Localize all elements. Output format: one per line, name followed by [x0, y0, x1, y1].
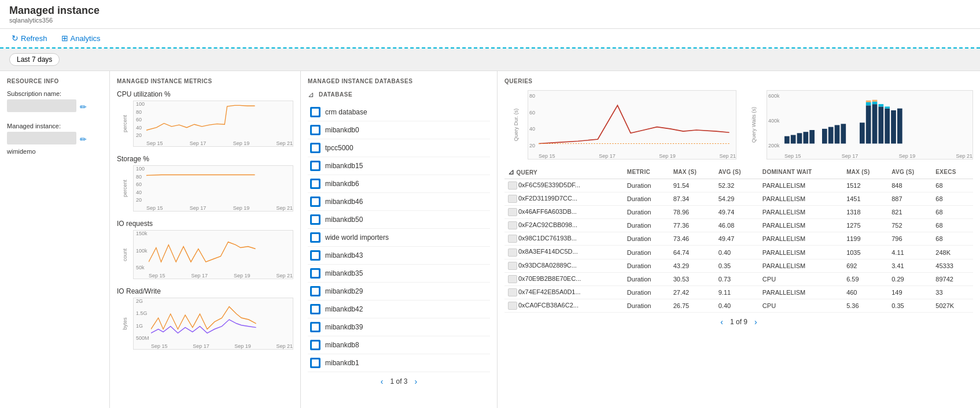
query-icon: [508, 208, 517, 216]
db-icon: [310, 232, 320, 243]
analytics-icon: ⊞: [61, 34, 68, 43]
list-item[interactable]: mibankdb50: [308, 211, 490, 229]
metric-cell: Duration: [624, 179, 670, 192]
svg-rect-20: [866, 101, 871, 102]
table-row[interactable]: 0x93DC8A02889C... Duration 43.29 0.35 PA…: [504, 259, 973, 272]
list-item[interactable]: mibankdb35: [308, 265, 490, 283]
query-icon: [508, 181, 517, 190]
refresh-label: Refresh: [21, 34, 47, 43]
dw-avg-cell: 0.35: [888, 299, 932, 312]
svg-rect-15: [897, 109, 902, 144]
db-icon: [310, 196, 320, 207]
dominant-wait-cell: PARALLELISM: [759, 246, 843, 259]
dw-avg-cell: 848: [888, 179, 932, 192]
io-requests-chart-area: 50k100k150k Sep 15Sep 17Sep 19Sep 21: [133, 230, 293, 279]
max-cell: 91.54: [670, 179, 715, 192]
svg-rect-2: [797, 133, 802, 143]
list-item[interactable]: tpcc5000: [308, 139, 490, 157]
query-icon: [508, 302, 517, 310]
table-row[interactable]: 0x98C1DC76193B... Duration 73.46 49.47 P…: [504, 232, 973, 246]
dw-max-cell: 1275: [843, 219, 888, 232]
list-item[interactable]: mibankdb8: [308, 336, 490, 354]
dw-max-cell: 692: [843, 259, 888, 272]
list-item[interactable]: mibankdb46: [308, 193, 490, 211]
managed-instance-value-box: [7, 132, 76, 144]
list-item[interactable]: mibankdb42: [308, 301, 490, 318]
io-requests-chart-title: IO requests: [117, 220, 293, 228]
dw-max-cell: 6.59: [843, 272, 888, 285]
max-cell: 30.53: [670, 272, 715, 285]
analytics-button[interactable]: ⊞ Analytics: [59, 32, 103, 44]
query-cell: 0x74EF42EB5A0D1...: [504, 285, 624, 299]
db-icon: [310, 304, 320, 314]
time-range-button[interactable]: Last 7 days: [9, 53, 60, 66]
avg-cell: 0.73: [715, 272, 759, 285]
dw-max-cell: 1451: [843, 192, 888, 206]
subscription-edit-icon[interactable]: ✏: [80, 102, 87, 112]
filter-bar: Last 7 days: [0, 49, 980, 71]
list-item[interactable]: mibankdb1: [308, 354, 490, 372]
svg-rect-16: [866, 102, 871, 105]
io-rw-chart-block: IO Read/Write bytes 500M1G1.5G2G: [117, 287, 293, 350]
svg-rect-14: [891, 110, 896, 144]
table-row[interactable]: 0x46AFF6A603DB... Duration 78.96 49.74 P…: [504, 206, 973, 219]
db-icon: [310, 214, 320, 225]
db-name: mibankdb46: [325, 198, 363, 206]
dw-avg-cell: 149: [888, 285, 932, 299]
avg-cell: 0.40: [715, 246, 759, 259]
db-prev-button[interactable]: ‹: [378, 377, 386, 386]
refresh-button[interactable]: ↻ Refresh: [9, 32, 50, 44]
metric-cell: Duration: [624, 192, 670, 206]
list-item[interactable]: wide world importers: [308, 229, 490, 247]
db-name: mibankdb15: [325, 162, 363, 170]
q-waits-svg: [784, 93, 972, 149]
db-next-button[interactable]: ›: [412, 377, 420, 386]
queries-prev-button[interactable]: ‹: [718, 317, 725, 327]
db-name: mibankdb43: [325, 251, 363, 259]
db-name: mibankdb39: [325, 323, 363, 331]
managed-instance-field: Managed instance: ✏ wimidemo: [7, 123, 102, 155]
list-item[interactable]: mibankdb15: [308, 157, 490, 175]
io-rw-y-label: bytes: [122, 317, 128, 330]
managed-instance-edit-icon[interactable]: ✏: [80, 135, 87, 144]
query-filter-icon[interactable]: ⊿: [508, 168, 514, 176]
queries-pagination: ‹ 1 of 9 ›: [504, 313, 973, 331]
max-cell: 87.34: [670, 192, 715, 206]
managed-instance-label: Managed instance:: [7, 123, 102, 129]
db-name: mibankdb35: [325, 269, 363, 277]
table-row[interactable]: 0xF2AC92CBB098... Duration 77.36 46.08 P…: [504, 219, 973, 232]
resource-info-label: RESOURCE INFO: [7, 78, 102, 84]
storage-y-label: percent: [122, 180, 128, 197]
col-header-execs: EXECS: [932, 165, 973, 179]
query-cell: 0x93DC8A02889C...: [504, 259, 624, 272]
table-row[interactable]: 0xF2D31199D7CC... Duration 87.34 54.29 P…: [504, 192, 973, 206]
list-item[interactable]: crm database: [308, 103, 490, 121]
queries-pagination-text: 1 of 9: [730, 318, 747, 326]
query-icon: [508, 195, 517, 203]
list-item[interactable]: mibankdb43: [308, 247, 490, 265]
db-pagination: ‹ 1 of 3 ›: [308, 372, 490, 391]
table-row[interactable]: 0x70E9B2B8E70EC... Duration 30.53 0.73 C…: [504, 272, 973, 285]
table-row[interactable]: 0x74EF42EB5A0D1... Duration 27.42 9.11 P…: [504, 285, 973, 299]
metric-cell: Duration: [624, 259, 670, 272]
dw-avg-cell: 3.41: [888, 259, 932, 272]
table-row[interactable]: 0xCA0FCB38A6C2... Duration 26.75 0.40 CP…: [504, 299, 973, 312]
query-icon: [508, 235, 517, 243]
svg-rect-19: [885, 106, 890, 108]
db-filter-icon[interactable]: ⊿: [308, 90, 314, 99]
list-item[interactable]: mibankdb29: [308, 283, 490, 301]
table-row[interactable]: 0x8A3EF414DC5D... Duration 64.74 0.40 PA…: [504, 246, 973, 259]
subscription-field: Subscription name: ✏: [7, 90, 102, 114]
queries-next-button[interactable]: ›: [752, 317, 760, 327]
db-icon: [310, 250, 320, 261]
table-row[interactable]: 0xF6C59E339D5DF... Duration 91.54 52.32 …: [504, 179, 973, 192]
list-item[interactable]: mibankdb0: [308, 121, 490, 139]
list-item[interactable]: mibankdb6: [308, 175, 490, 193]
execs-cell: 5027K: [932, 299, 973, 312]
db-icon: [310, 286, 320, 296]
list-item[interactable]: mibankdb39: [308, 318, 490, 336]
query-cell: 0x70E9B2B8E70EC...: [504, 272, 624, 285]
storage-chart-block: Storage % percent 20406080100 Sep 15S: [117, 155, 293, 212]
db-name: mibankdb6: [325, 180, 359, 188]
query-cell: 0xF2D31199D7CC...: [504, 192, 624, 206]
